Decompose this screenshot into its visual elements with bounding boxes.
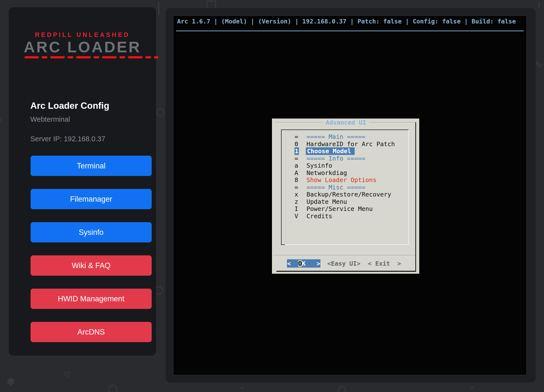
menu-item-backup-restore-recovery[interactable]: xBackup/Restore/Recovery: [282, 191, 408, 198]
menu-item-key: 1: [295, 147, 299, 155]
dialog-right-border: [415, 122, 416, 272]
menu-item-misc[interactable]: ====== Misc =====: [282, 184, 408, 191]
page-subtitle: Webterminal: [30, 115, 70, 123]
sidebar-button-terminal[interactable]: Terminal: [31, 156, 152, 176]
terminal-screen[interactable]: Arc 1.6.7 | (Model) | (Version) | 192.16…: [173, 15, 527, 375]
menu-item-label: Backup/Restore/Recovery: [306, 191, 391, 198]
decor-asterisk-icon: ✱: [6, 375, 15, 388]
menu-item-label: Choose Model: [306, 147, 355, 155]
menu-item-key: a: [295, 162, 298, 169]
terminal-window: Arc 1.6.7 | (Model) | (Version) | 192.16…: [166, 8, 536, 382]
menu-item-label: HardwareID for Arc Patch: [306, 141, 395, 148]
menu-item-label: Update Menu: [306, 198, 347, 205]
brand-logo: ARC LOADER: [9, 38, 156, 56]
terminal-status-underline: [176, 31, 524, 31]
menu-item-key: 8: [295, 176, 298, 184]
sidebar-button-arcdns[interactable]: ArcDNS: [31, 322, 152, 342]
menu-item-label: ===== Info =====: [306, 155, 365, 162]
menu-item-main[interactable]: ====== Main =====: [282, 133, 408, 141]
menu-item-key: x: [295, 191, 298, 198]
sidebar-card: REDPILL UNLEASHED ARC LOADER Arc Loader …: [9, 7, 156, 356]
ok-button-text: K >: [302, 260, 320, 267]
sidebar-button-wiki-faq[interactable]: Wiki & FAQ: [31, 255, 152, 276]
exit-button[interactable]: < Exit >: [368, 259, 401, 268]
brand-dashed-rule-icon: [24, 56, 159, 58]
menu-item-show-loader-options[interactable]: 8Show Loader Options: [282, 176, 408, 184]
sidebar-button-filemanager[interactable]: Filemanager: [31, 189, 152, 209]
menu-item-key: A: [295, 169, 298, 176]
menu-item-choose-model[interactable]: 1Choose Model: [282, 148, 408, 155]
menu-item-power-service-menu[interactable]: IPower/Service Menu: [282, 205, 408, 213]
menu-item-key: V: [295, 213, 298, 220]
menu-item-key: =: [295, 155, 298, 162]
menu-item-update-menu[interactable]: zUpdate Menu: [282, 198, 408, 206]
menu-item-sysinfo[interactable]: aSysinfo: [282, 162, 408, 169]
decor-plus-icon: [539, 1, 540, 8]
server-ip-label: Server IP: 192.168.0.37: [30, 135, 105, 143]
sidebar-button-sysinfo[interactable]: Sysinfo: [31, 222, 152, 242]
menu-item-label: Sysinfo: [306, 162, 332, 169]
decor-triangle-icon: ▽: [64, 370, 70, 379]
brand-tagline: REDPILL UNLEASHED: [9, 31, 156, 38]
menu-item-key: I: [295, 205, 298, 212]
ok-button[interactable]: < OK >: [287, 259, 320, 268]
decor-chevron-icon: ‹: [0, 114, 2, 125]
menu-item-key: =: [295, 184, 298, 191]
menu-item-label: ===== Main =====: [306, 133, 365, 140]
dialog-button-separator: [273, 255, 415, 256]
ok-button-cursor: O: [298, 260, 302, 267]
sidebar-button-hwid-management[interactable]: HWID Management: [31, 289, 152, 309]
terminal-status-line: Arc 1.6.7 | (Model) | (Version) | 192.16…: [177, 18, 516, 25]
decor-tick-icon: [158, 2, 159, 15]
dialog-title: Advanced UI: [272, 119, 419, 126]
advanced-ui-dialog: Advanced UI ====== Main =====0HardwareID…: [272, 119, 419, 274]
decor-squiggle-icon: ∿: [535, 59, 543, 70]
menu-item-label: ===== Misc =====: [306, 184, 365, 191]
decor-caret-icon: ⌃: [239, 385, 246, 392]
menu-item-networkdiag[interactable]: ANetworkdiag: [282, 169, 408, 177]
decor-circle-icon: [156, 109, 164, 116]
menu-item-key: z: [295, 198, 298, 205]
decor-caret-icon: ⌃: [469, 385, 476, 392]
dialog-menu-box: ====== Main =====0HardwareID for Arc Pat…: [281, 130, 409, 245]
menu-item-key: 0: [295, 141, 298, 148]
decor-ellipse-icon: [338, 386, 346, 392]
menu-item-key: =: [295, 133, 298, 140]
easy-ui-button[interactable]: <Easy UI>: [327, 259, 360, 268]
ok-button-text: <: [287, 260, 298, 267]
menu-item-label: Power/Service Menu: [306, 205, 373, 212]
menu-item-hardwareid-for-arc-patch[interactable]: 0HardwareID for Arc Patch: [282, 141, 408, 148]
menu-item-label: Credits: [306, 213, 332, 220]
page-title: Arc Loader Config: [30, 101, 109, 111]
menu-item-info[interactable]: ====== Info =====: [282, 155, 408, 162]
dialog-button-row: < OK > <Easy UI> < Exit >: [272, 259, 419, 268]
page-background: ‹ ▽ ✱ ⌃ ⌃ ∿ REDPILL UNLEASHED ARC LOADER…: [0, 0, 544, 392]
menu-item-credits[interactable]: VCredits: [282, 213, 408, 220]
menu-item-label: Show Loader Options: [306, 176, 376, 184]
decor-circle-icon: [108, 385, 117, 392]
menu-item-label: Networkdiag: [306, 169, 347, 176]
